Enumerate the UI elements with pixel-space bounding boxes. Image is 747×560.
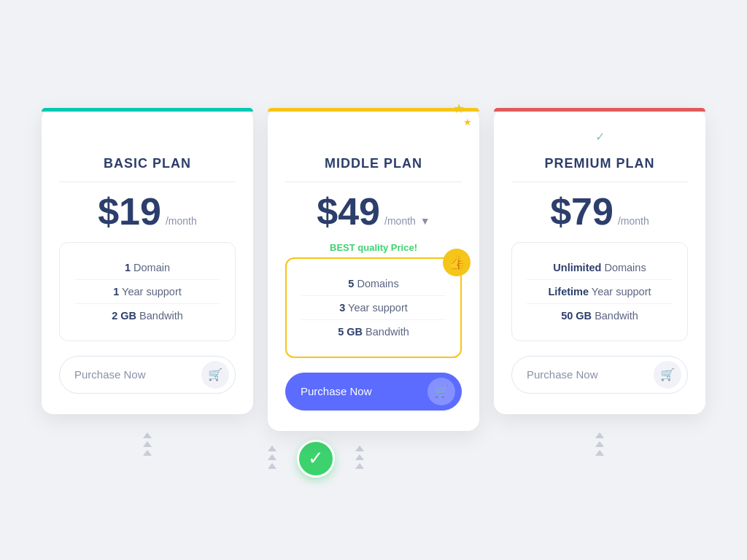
basic-divider bbox=[59, 182, 236, 182]
middle-purchase-label: Purchase Now bbox=[301, 385, 372, 397]
middle-check-placeholder bbox=[285, 130, 462, 144]
premium-cart-icon: 🛒 bbox=[654, 361, 681, 389]
middle-feature-2: 3 Year support bbox=[301, 296, 446, 320]
arrow-8 bbox=[355, 454, 364, 460]
basic-plan-title: BASIC PLAN bbox=[59, 156, 236, 171]
arrow-7 bbox=[355, 446, 364, 451]
arrow-6 bbox=[268, 463, 276, 469]
premium-plan-card: ✓ PREMIUM PLAN $79 /month Unlimited Doma… bbox=[494, 108, 705, 414]
premium-divider bbox=[511, 182, 688, 182]
star-2: ★ bbox=[463, 117, 472, 128]
basic-period: /month bbox=[166, 215, 197, 227]
arrow-11 bbox=[595, 441, 604, 447]
basic-purchase-button[interactable]: Purchase Now 🛒 bbox=[59, 356, 236, 394]
middle-top-bar bbox=[268, 108, 479, 112]
mid-right-arrows bbox=[355, 446, 364, 469]
basic-cart-icon: 🛒 bbox=[201, 361, 229, 389]
premium-purchase-label: Purchase Now bbox=[527, 368, 598, 381]
arrow-12 bbox=[595, 450, 604, 456]
basic-feature-3: 2 GB Bandwith bbox=[74, 304, 220, 327]
premium-price-row: $79 /month bbox=[511, 192, 688, 230]
middle-cart-icon: 🛒 bbox=[427, 378, 455, 405]
right-arrows bbox=[595, 432, 604, 456]
middle-price: $49 bbox=[317, 192, 380, 230]
premium-feature-2: Lifetime Year support bbox=[527, 280, 673, 304]
green-check-circle: ✓ bbox=[297, 440, 335, 478]
basic-top-bar bbox=[42, 108, 253, 112]
basic-price-row: $19 /month bbox=[59, 192, 236, 230]
arrow-3 bbox=[143, 450, 152, 456]
middle-feature-3: 5 GB Bandwith bbox=[301, 320, 446, 343]
thumb-badge: 👍 bbox=[443, 249, 471, 276]
middle-feature-1: 5 Domains bbox=[301, 272, 446, 296]
premium-price: $79 bbox=[550, 192, 614, 230]
best-bold: BEST bbox=[330, 242, 355, 253]
pricing-cards: BASIC PLAN $19 /month 1 Domain 1 Year su… bbox=[27, 79, 720, 431]
basic-price: $19 bbox=[98, 192, 161, 230]
best-quality-label: BEST quality Price! bbox=[285, 242, 462, 253]
best-rest: quality Price! bbox=[357, 242, 417, 253]
basic-check-placeholder bbox=[59, 130, 236, 144]
middle-dropdown-icon[interactable]: ▼ bbox=[420, 215, 430, 227]
bottom-slot-middle: ✓ bbox=[268, 424, 479, 482]
premium-purchase-button[interactable]: Purchase Now 🛒 bbox=[511, 356, 688, 394]
premium-feature-3: 50 GB Bandwith bbox=[527, 304, 673, 327]
arrow-1 bbox=[143, 432, 152, 438]
stars-decoration: ★ ★ bbox=[453, 101, 472, 128]
premium-plan-title: PREMIUM PLAN bbox=[511, 156, 688, 171]
basic-feature-1: 1 Domain bbox=[74, 256, 220, 280]
premium-features-box: Unlimited Domains Lifetime Year support … bbox=[511, 242, 688, 341]
bottom-section: ✓ bbox=[0, 424, 747, 482]
premium-check-icon: ✓ bbox=[511, 130, 688, 144]
premium-feature-1: Unlimited Domains bbox=[527, 256, 673, 280]
middle-features-box: 👍 5 Domains 3 Year support 5 GB Bandwith bbox=[285, 257, 462, 358]
middle-period: /month bbox=[384, 215, 416, 227]
middle-price-row: $49 /month ▼ bbox=[285, 192, 462, 230]
bottom-middle-row: ✓ bbox=[268, 437, 364, 478]
basic-purchase-label: Purchase Now bbox=[74, 368, 146, 381]
arrow-10 bbox=[595, 432, 604, 438]
mid-left-arrows bbox=[268, 446, 276, 469]
bottom-slot-right bbox=[494, 424, 705, 482]
premium-top-bar bbox=[494, 108, 705, 112]
arrow-5 bbox=[268, 454, 276, 460]
middle-plan-title: MIDDLE PLAN bbox=[285, 156, 462, 171]
middle-divider bbox=[285, 182, 462, 182]
arrow-2 bbox=[143, 441, 152, 447]
left-arrows bbox=[143, 432, 152, 456]
bottom-slot-left bbox=[42, 424, 253, 482]
basic-features-box: 1 Domain 1 Year support 2 GB Bandwith bbox=[59, 242, 236, 341]
middle-plan-card: ★ ★ MIDDLE PLAN $49 /month ▼ BEST qualit… bbox=[268, 108, 479, 431]
middle-purchase-button[interactable]: Purchase Now 🛒 bbox=[285, 373, 462, 411]
arrow-4 bbox=[268, 446, 276, 451]
arrow-9 bbox=[355, 463, 364, 469]
basic-feature-2: 1 Year support bbox=[74, 280, 220, 304]
basic-plan-card: BASIC PLAN $19 /month 1 Domain 1 Year su… bbox=[42, 108, 253, 414]
premium-period: /month bbox=[618, 215, 649, 227]
